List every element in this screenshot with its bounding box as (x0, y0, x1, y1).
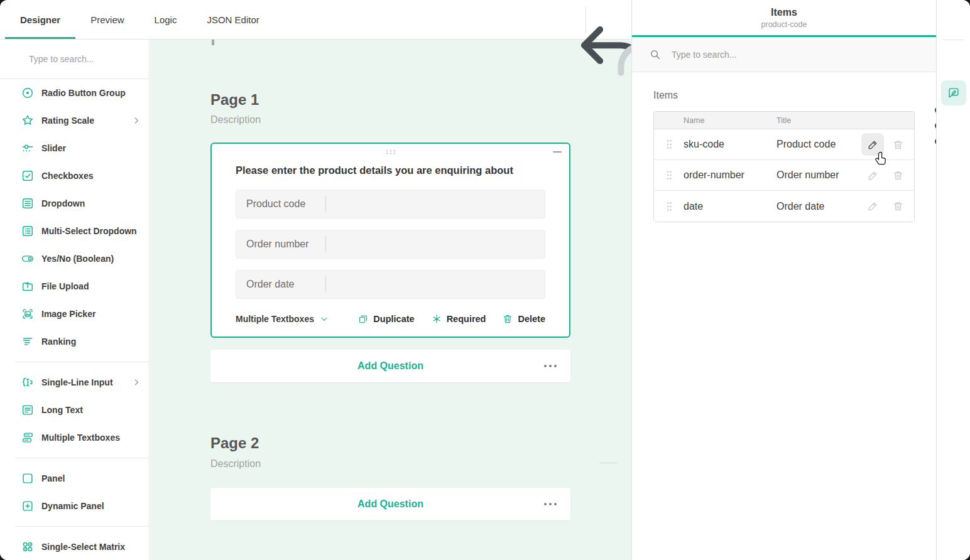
duplicate-button[interactable]: Duplicate (357, 313, 414, 325)
toolbox-group-divider (15, 362, 149, 362)
question-card-multiple-textboxes[interactable]: Please enter the product details you are… (210, 143, 570, 338)
edit-items-in-form-button[interactable] (875, 89, 890, 103)
tab-preview[interactable]: Preview (75, 0, 139, 39)
survey-creator-window: Designer Preview Logic JSON Editor Radio… (0, 0, 970, 560)
toolbox-item-long-text[interactable]: Long Text (0, 396, 149, 424)
column-header-name: Name (684, 116, 777, 125)
page2-title[interactable]: Page 2 (210, 435, 259, 451)
textbox-item-order-date[interactable]: Order date (236, 270, 545, 299)
toolbox-list: Radio Button Group Rating Scale Slider C… (0, 79, 149, 560)
drag-handle-icon[interactable] (654, 170, 684, 180)
textbox-divider (325, 276, 326, 293)
zoom-in-button[interactable] (601, 374, 616, 389)
toolbox-item-rating-scale[interactable]: Rating Scale (0, 107, 149, 134)
toolbox-item-checkboxes[interactable]: Checkboxes (0, 162, 149, 190)
strip-divider (942, 40, 964, 40)
clear-button[interactable] (947, 217, 961, 230)
delete-item-button[interactable] (886, 195, 909, 218)
textbox-item-product-code[interactable]: Product code (236, 190, 545, 218)
question-type-dropdown[interactable]: Multiple Textboxes (236, 314, 329, 324)
multi-select-dropdown-icon (21, 224, 35, 238)
edit-item-button[interactable] (861, 195, 884, 218)
add-question-menu-button[interactable] (544, 365, 557, 367)
drag-handle-icon[interactable] (654, 139, 684, 149)
pencil-icon (867, 200, 879, 212)
toolbox-item-file-upload[interactable]: File Upload (0, 272, 149, 300)
toolbox-item-multiple-textboxes[interactable]: Multiple Textboxes (0, 424, 149, 451)
item-name-cell: date (684, 201, 777, 212)
toolbox-item-dynamic-panel[interactable]: Dynamic Panel (0, 492, 149, 520)
toolbox-item-multi-select-dropdown[interactable]: Multi-Select Dropdown (0, 217, 149, 245)
data-button[interactable] (947, 184, 961, 198)
toolbox-item-label: Single-Line Input (41, 377, 113, 387)
table-row-sku-code[interactable]: sku-code Product code (654, 129, 914, 160)
toolbox-item-label: Radio Button Group (41, 88, 126, 98)
tab-logic[interactable]: Logic (139, 0, 192, 39)
collapse-panel-button[interactable] (947, 13, 961, 27)
items-section-title: Items (653, 90, 678, 101)
delete-item-button[interactable] (886, 133, 909, 156)
property-panel-header: Items product-code (632, 0, 936, 37)
question-editor-button-active[interactable] (941, 80, 966, 105)
tab-json-editor[interactable]: JSON Editor (192, 0, 274, 39)
add-question-button-page2[interactable]: Add Question (210, 488, 570, 520)
zoom-reset-button[interactable] (601, 404, 616, 419)
toolbox-item-label: Dynamic Panel (41, 501, 104, 511)
drag-handle-icon[interactable] (654, 202, 684, 212)
toolbox-item-single-select-matrix[interactable]: Single-Select Matrix (0, 533, 149, 560)
toolbox-item-slider[interactable]: Slider (0, 134, 149, 162)
table-row-order-number[interactable]: order-number Order number (654, 160, 914, 191)
toolbox-item-panel[interactable]: Panel (0, 465, 149, 492)
toolbox-item-radio-button-group[interactable]: Radio Button Group (0, 79, 149, 107)
toolbox-item-label: Checkboxes (41, 171, 93, 181)
creator-settings-button[interactable] (600, 12, 616, 28)
toolbox-item-dropdown[interactable]: Dropdown (0, 190, 149, 217)
add-question-button-page1[interactable]: Add Question (210, 350, 570, 382)
long-text-icon (21, 403, 35, 417)
delete-question-button[interactable]: Delete (502, 313, 545, 325)
duplicate-icon (357, 313, 369, 325)
chevron-right-icon (131, 116, 141, 126)
logic-button[interactable] (947, 152, 961, 166)
lock-questions-button[interactable] (601, 537, 616, 552)
slider-icon (21, 141, 35, 155)
trash-icon (892, 170, 904, 181)
undo-button[interactable] (520, 12, 536, 28)
design-canvas: Page 1 Description Please enter the prod… (150, 40, 631, 560)
toolbox-item-single-line-input[interactable]: Single-Line Input (0, 369, 149, 396)
zoom-out-button[interactable] (601, 433, 616, 448)
toolbox-item-image-picker[interactable]: Image Picker (0, 300, 149, 328)
property-search-input[interactable] (670, 49, 926, 60)
theme-editor-button[interactable] (947, 119, 961, 132)
drag-handle-icon[interactable] (385, 149, 396, 155)
trash-icon (892, 200, 904, 212)
delete-item-button[interactable] (886, 164, 909, 186)
question-title[interactable]: Please enter the product details you are… (236, 164, 513, 176)
collapse-question-button[interactable] (553, 151, 562, 153)
edit-item-button[interactable] (861, 164, 884, 186)
canvas-zoom-toolbar (593, 374, 623, 552)
item-title-cell: Order number (777, 170, 861, 181)
add-question-label: Add Question (357, 498, 423, 510)
radio-button-group-icon (21, 86, 35, 100)
required-toggle-button[interactable]: Required (431, 313, 486, 325)
toolbox-search-input[interactable] (28, 53, 144, 65)
settings-button[interactable] (947, 533, 961, 547)
form-settings-button[interactable] (947, 53, 961, 67)
page1-description[interactable]: Description (210, 114, 261, 126)
drag-dots-icon (666, 202, 672, 212)
toolbox-item-ranking[interactable]: Ranking (0, 328, 149, 355)
toolbox-item-boolean[interactable]: Yes/No (Boolean) (0, 245, 149, 272)
question-type-label: Multiple Textboxes (236, 314, 314, 324)
drag-surface-button[interactable] (601, 507, 616, 522)
edit-item-button[interactable] (861, 133, 884, 156)
page1-title[interactable]: Page 1 (210, 92, 259, 108)
textbox-item-order-number[interactable]: Order number (236, 230, 545, 259)
page2-description[interactable]: Description (210, 458, 261, 470)
collapse-all-button[interactable] (601, 478, 616, 493)
redo-button[interactable] (555, 12, 572, 28)
add-item-button[interactable] (900, 89, 915, 103)
add-question-menu-button[interactable] (544, 503, 557, 505)
table-row-date[interactable]: date Order date (654, 191, 914, 222)
tab-designer[interactable]: Designer (5, 0, 75, 39)
